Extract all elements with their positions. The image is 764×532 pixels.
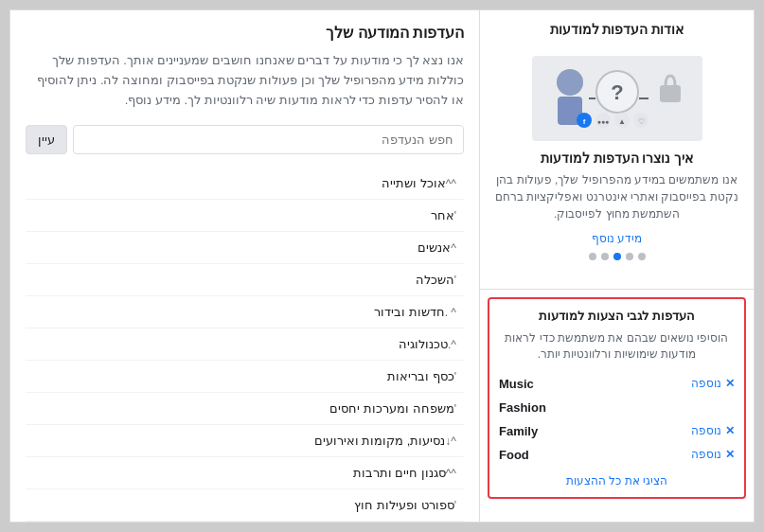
- svg-text:●●●: ●●●: [596, 118, 609, 125]
- expand-icon-tech: ^.: [448, 338, 456, 351]
- category-item-family[interactable]: ' משפחה ומערכות יחסים: [26, 393, 464, 425]
- svg-text:?: ?: [611, 80, 623, 104]
- category-item-money[interactable]: ' כסף ובריאות: [26, 361, 464, 393]
- pref-item-family: ✕ נוספה Family: [499, 419, 735, 443]
- category-list: ^^ אוכל ושתייה ' אחר ^ אנשים ' השכלה: [26, 168, 464, 522]
- expand-icon-money: ': [454, 370, 456, 383]
- show-all-link[interactable]: הציגי את כל ההצעות: [499, 474, 735, 488]
- category-label-people: אנשים: [29, 240, 451, 255]
- category-item-education[interactable]: ' השכלה: [26, 264, 464, 296]
- pref-action-music-label: נוספה: [691, 377, 721, 390]
- category-label-lifestyle: סגנון חיים ותרבות: [29, 466, 446, 480]
- pref-action-music[interactable]: ✕ נוספה: [691, 377, 735, 390]
- search-input[interactable]: [73, 125, 464, 154]
- search-button[interactable]: עיין: [26, 125, 67, 154]
- category-item-people[interactable]: ^ אנשים: [26, 232, 464, 264]
- category-label-education: השכלה: [29, 273, 454, 287]
- right-panel-desc: אנו נצא לך כי מודעות על דברים שאנחנו חוש…: [26, 51, 464, 110]
- expand-icon-travel: ^↓: [445, 434, 456, 448]
- category-label-money: כסף ובריאות: [29, 369, 454, 383]
- category-label-sports: ספורט ופעילות חוץ: [29, 498, 454, 512]
- top-section: אודות העדפות למודעות ?: [480, 10, 754, 290]
- pref-name-music: Music: [499, 377, 534, 391]
- remove-food-icon[interactable]: ✕: [725, 448, 735, 461]
- pref-item-fashion: ✕ Fashion: [499, 396, 735, 419]
- dot-4[interactable]: [601, 253, 609, 260]
- category-item-lifestyle[interactable]: ^^ סגנון חיים ותרבות: [26, 457, 464, 489]
- illustration-area: ? f ●●●: [491, 46, 742, 277]
- category-label-family: משפחה ומערכות יחסים: [29, 401, 454, 416]
- remove-family-icon[interactable]: ✕: [725, 424, 735, 437]
- category-item-travel[interactable]: ^↓ נסיעות, מקומות ואירועים: [26, 425, 464, 457]
- left-panel: אודות העדפות למודעות ?: [479, 10, 754, 522]
- right-panel-title: העדפות המודעה שלך: [26, 24, 464, 42]
- expand-icon-education: ': [454, 274, 456, 287]
- right-panel: העדפות המודעה שלך אנו נצא לך כי מודעות ע…: [10, 10, 479, 522]
- preferences-section: העדפות לגבי הצעות למודעות הוסיפי נושאים …: [488, 297, 746, 499]
- category-item-other[interactable]: ' אחר: [26, 200, 464, 232]
- svg-point-1: [557, 69, 583, 96]
- dot-1[interactable]: [638, 253, 646, 260]
- illustration-title: איך נוצרו העדפות למודעות: [541, 151, 694, 166]
- pref-item-food: ✕ נוספה Food: [499, 443, 735, 467]
- preferences-desc: הוסיפי נושאים שבהם את משתמשת כדי לראות מ…: [499, 330, 735, 363]
- pref-action-food-label: נוספה: [691, 448, 721, 461]
- svg-text:♡: ♡: [637, 117, 644, 126]
- dot-2[interactable]: [626, 253, 633, 260]
- expand-icon-other: ': [454, 209, 456, 222]
- dot-3[interactable]: [613, 253, 621, 260]
- svg-rect-5: [660, 85, 681, 102]
- pref-action-food[interactable]: ✕ נוספה: [691, 448, 735, 461]
- expand-icon-news: ^ .: [445, 306, 456, 319]
- category-label-tech: טכנולוגיה: [29, 337, 448, 351]
- category-item-sports[interactable]: ' ספורט ופעילות חוץ: [26, 489, 464, 522]
- expand-icon-people: ^: [451, 241, 456, 255]
- expand-icon-family: ': [454, 402, 456, 416]
- category-label-food-drink: אוכל ושתייה: [29, 176, 446, 190]
- top-section-title: אודות העדפות למודעות: [491, 22, 742, 37]
- pref-name-family: Family: [499, 424, 538, 438]
- more-link[interactable]: מידע נוסף: [592, 232, 642, 245]
- remove-music-icon[interactable]: ✕: [725, 377, 735, 390]
- category-label-travel: נסיעות, מקומות ואירועים: [29, 434, 445, 448]
- pref-item-music: ✕ נוספה Music: [499, 372, 735, 396]
- search-row: עיין: [26, 125, 464, 154]
- svg-text:f: f: [582, 117, 585, 126]
- svg-text:▲: ▲: [618, 117, 626, 126]
- expand-icon-food-drink: ^^: [446, 177, 456, 190]
- pref-name-food: Food: [499, 448, 529, 462]
- category-item-food-drink[interactable]: ^^ אוכל ושתייה: [26, 168, 464, 200]
- category-item-news[interactable]: ^ . חדשות ובידור: [26, 296, 464, 328]
- illustration-desc: אנו משתמשים במידע מהפרופיל שלך, פעולות ב…: [491, 171, 742, 222]
- expand-icon-lifestyle: ^^: [446, 467, 456, 480]
- illustration-image: ? f ●●●: [532, 56, 702, 141]
- expand-icon-sports: ': [454, 499, 456, 512]
- pref-action-family[interactable]: ✕ נוספה: [691, 424, 735, 437]
- category-item-tech[interactable]: ^. טכנולוגיה: [26, 328, 464, 361]
- category-label-news: חדשות ובידור: [29, 305, 445, 319]
- pref-name-fashion: Fashion: [499, 400, 546, 415]
- pref-action-family-label: נוספה: [691, 424, 721, 437]
- preferences-title: העדפות לגבי הצעות למודעות: [499, 309, 735, 323]
- carousel-dots: [589, 253, 646, 260]
- dot-5[interactable]: [589, 253, 596, 260]
- category-label-other: אחר: [29, 208, 454, 222]
